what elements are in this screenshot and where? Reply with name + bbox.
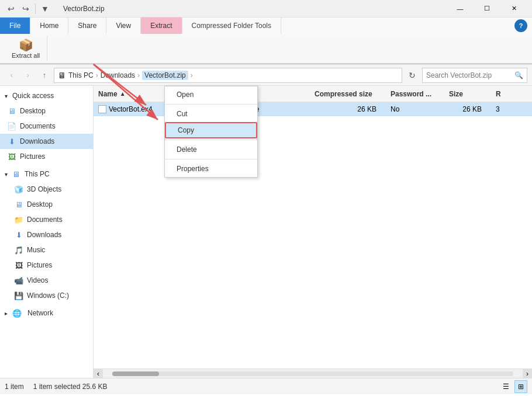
network-expand-icon: ▸ bbox=[5, 310, 8, 317]
col-header-password[interactable]: Password ... bbox=[386, 90, 444, 98]
col-header-r[interactable]: R bbox=[491, 90, 532, 98]
col-header-size[interactable]: Size bbox=[444, 90, 491, 98]
scroll-left-btn[interactable]: ‹ bbox=[94, 369, 103, 378]
3dobjects-icon: 🧊 bbox=[14, 185, 23, 194]
status-right: ☰ ⊞ bbox=[499, 380, 527, 393]
sidebar-section-network: ▸ 🌐 Network bbox=[0, 305, 93, 321]
windows-c-icon: 💾 bbox=[14, 291, 23, 300]
context-open[interactable]: Open bbox=[165, 86, 257, 103]
sidebar-3dobjects-label: 3D Objects bbox=[27, 185, 61, 193]
extract-all-button[interactable]: 📦 Extract all bbox=[5, 36, 47, 61]
up-button[interactable]: ↑ bbox=[37, 68, 51, 82]
file-type-icon bbox=[98, 105, 106, 113]
quick-access-bar: ↩ ↪ ▼ bbox=[5, 2, 51, 15]
title-bar-title: VectorBot.zip bbox=[63, 5, 105, 13]
sidebar-section-quickaccess: ▾ Quick access 🖥 Desktop 📄 Documents ⬇ D… bbox=[0, 88, 93, 164]
path-thispc[interactable]: This PC bbox=[68, 71, 94, 79]
sidebar-item-downloads[interactable]: ⬇ Downloads bbox=[0, 134, 93, 149]
sidebar-downloads2-label: Downloads bbox=[27, 231, 61, 239]
file-compressed-cell: 26 KB bbox=[310, 105, 386, 113]
context-divider-2 bbox=[165, 140, 257, 140]
sidebar-item-downloads2[interactable]: ⬇ Downloads bbox=[0, 227, 93, 242]
title-bar-actions: — ☐ ✕ bbox=[447, 0, 527, 18]
col-header-compressed[interactable]: Compressed size bbox=[310, 90, 386, 98]
status-bar: 1 item 1 item selected 25.6 KB ☰ ⊞ bbox=[0, 378, 532, 394]
qa-more[interactable]: ▼ bbox=[39, 2, 51, 15]
scroll-track[interactable] bbox=[112, 371, 513, 376]
sidebar-music-label: Music bbox=[27, 246, 45, 254]
pictures2-icon: 🖼 bbox=[14, 260, 23, 270]
tab-file[interactable]: File bbox=[0, 18, 30, 34]
refresh-button[interactable]: ↻ bbox=[405, 68, 420, 83]
forward-button[interactable]: › bbox=[21, 68, 35, 82]
sidebar-item-documents2[interactable]: 📁 Documents bbox=[0, 212, 93, 227]
path-zipfile[interactable]: VectorBot.zip bbox=[142, 71, 188, 80]
file-r-cell: 3 bbox=[491, 105, 532, 113]
qa-redo[interactable]: ↪ bbox=[19, 2, 32, 15]
title-bar: ↩ ↪ ▼ VectorBot.zip — ☐ ✕ bbox=[0, 0, 532, 18]
sidebar-item-desktop2[interactable]: 🖥 Desktop bbox=[0, 197, 93, 212]
sidebar-item-music[interactable]: 🎵 Music bbox=[0, 242, 93, 258]
context-copy[interactable]: Copy bbox=[165, 122, 257, 138]
search-input[interactable] bbox=[426, 71, 512, 79]
desktop2-icon: 🖥 bbox=[14, 200, 23, 209]
videos-icon: 📹 bbox=[14, 276, 23, 285]
tab-share[interactable]: Share bbox=[68, 18, 106, 34]
downloads-icon: ⬇ bbox=[7, 137, 16, 146]
horizontal-scrollbar[interactable]: ‹ › bbox=[94, 369, 532, 378]
sidebar-item-3dobjects[interactable]: 🧊 3D Objects bbox=[0, 182, 93, 197]
address-path[interactable]: 🖥 This PC › Downloads › VectorBot.zip › bbox=[54, 68, 402, 83]
sidebar-header-quickaccess: ▾ Quick access bbox=[0, 88, 93, 103]
desktop-icon: 🖥 bbox=[7, 106, 16, 116]
file-header: Name ▲ Type Compressed size Password ...… bbox=[94, 86, 532, 102]
close-button[interactable]: ✕ bbox=[500, 0, 527, 18]
sidebar-network-label: Network bbox=[27, 309, 53, 317]
file-name: VectorBot.ex4 bbox=[109, 105, 153, 113]
sidebar-item-windows-c[interactable]: 💾 Windows (C:) bbox=[0, 288, 93, 303]
sidebar-videos-label: Videos bbox=[27, 276, 48, 284]
scroll-right-btn[interactable]: › bbox=[523, 369, 532, 378]
quickaccess-expand-icon: ▾ bbox=[5, 93, 8, 99]
address-bar: ‹ › ↑ 🖥 This PC › Downloads › VectorBot.… bbox=[0, 65, 532, 86]
documents2-icon: 📁 bbox=[14, 215, 23, 224]
context-divider-1 bbox=[165, 104, 257, 105]
sidebar-item-videos[interactable]: 📹 Videos bbox=[0, 273, 93, 288]
sidebar-section-thispc: ▾ 🖥 This PC 🧊 3D Objects 🖥 Desktop 📁 Doc… bbox=[0, 166, 93, 303]
context-cut[interactable]: Cut bbox=[165, 106, 257, 122]
ribbon-tabs: File Home Share View Extract Compressed … bbox=[0, 18, 532, 34]
scroll-thumb[interactable] bbox=[112, 371, 159, 376]
table-row[interactable]: VectorBot.ex4 EX4 File 26 KB No 26 KB 3 bbox=[94, 102, 532, 116]
sidebar-header-thispc: ▾ 🖥 This PC bbox=[0, 166, 93, 182]
sidebar-documents-label: Documents bbox=[20, 122, 56, 130]
file-size-cell: 26 KB bbox=[444, 105, 491, 113]
sidebar-pictures-label: Pictures bbox=[20, 152, 45, 161]
maximize-button[interactable]: ☐ bbox=[474, 0, 500, 18]
tab-compressed[interactable]: Compressed Folder Tools bbox=[182, 18, 282, 34]
context-delete[interactable]: Delete bbox=[165, 141, 257, 158]
status-left: 1 item 1 item selected 25.6 KB bbox=[5, 383, 107, 391]
file-password-cell: No bbox=[386, 105, 444, 113]
tab-extract[interactable]: Extract bbox=[141, 18, 182, 34]
music-icon: 🎵 bbox=[14, 245, 23, 255]
back-button[interactable]: ‹ bbox=[5, 68, 19, 82]
sidebar-documents2-label: Documents bbox=[27, 216, 63, 224]
sidebar-item-documents[interactable]: 📄 Documents bbox=[0, 119, 93, 134]
tab-view[interactable]: View bbox=[106, 18, 141, 34]
minimize-button[interactable]: — bbox=[447, 0, 474, 18]
sidebar-item-pictures2[interactable]: 🖼 Pictures bbox=[0, 258, 93, 273]
search-icon: 🔍 bbox=[514, 71, 523, 79]
context-properties[interactable]: Properties bbox=[165, 161, 257, 177]
file-list: VectorBot.ex4 EX4 File 26 KB No 26 KB 3 bbox=[94, 102, 532, 369]
search-box[interactable]: 🔍 bbox=[422, 68, 527, 83]
pictures-icon: 🖼 bbox=[7, 152, 16, 161]
sidebar-item-desktop[interactable]: 🖥 Desktop bbox=[0, 103, 93, 119]
list-view-btn[interactable]: ⊞ bbox=[514, 380, 527, 393]
help-button[interactable]: ? bbox=[514, 19, 527, 32]
sidebar-item-pictures[interactable]: 🖼 Pictures bbox=[0, 149, 93, 164]
selected-info: 1 item selected 25.6 KB bbox=[33, 383, 108, 391]
qa-undo[interactable]: ↩ bbox=[5, 2, 18, 15]
context-menu: Open Cut Copy Delete Properties bbox=[164, 86, 258, 178]
tab-home[interactable]: Home bbox=[30, 18, 68, 34]
path-downloads[interactable]: Downloads bbox=[101, 71, 135, 79]
details-view-btn[interactable]: ☰ bbox=[499, 380, 512, 393]
